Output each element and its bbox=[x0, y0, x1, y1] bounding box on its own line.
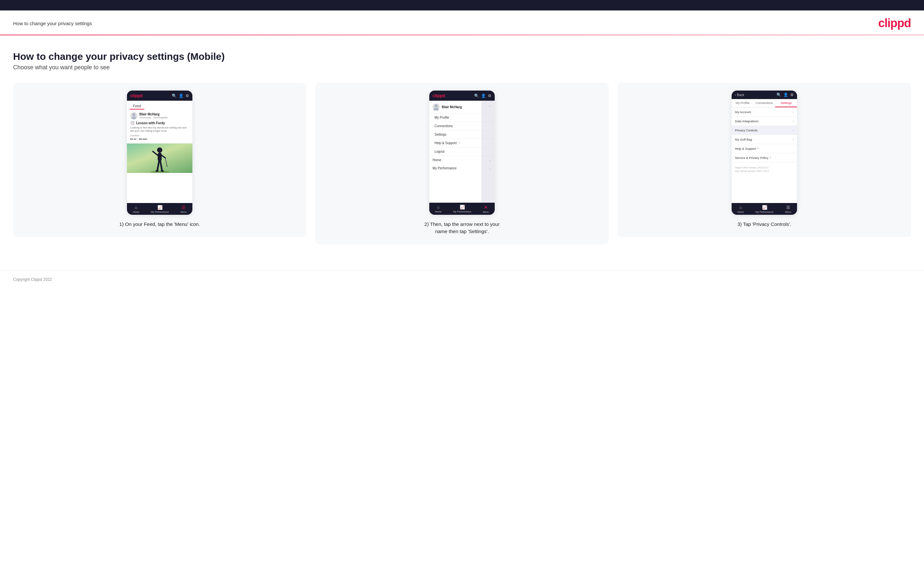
svg-line-5 bbox=[153, 152, 158, 155]
tab-settings[interactable]: Settings bbox=[775, 99, 797, 107]
step3-home-icon: ⌂ bbox=[740, 205, 742, 210]
step1-bottom-performance[interactable]: 📈 My Performance bbox=[151, 205, 169, 213]
top-bar bbox=[0, 0, 924, 10]
tab-connections[interactable]: Connections bbox=[754, 99, 775, 107]
step3-tabs: My Profile Connections Settings bbox=[732, 99, 797, 108]
step3-data-integrations[interactable]: Data Integrations › bbox=[732, 117, 797, 126]
step3-my-account[interactable]: My Account › bbox=[732, 108, 797, 117]
step3-settings-icon: ⚙ bbox=[790, 92, 794, 97]
step3-service-privacy[interactable]: Service & Privacy Policy ↗ bbox=[732, 153, 797, 163]
step3-help-support[interactable]: Help & Support ↗ bbox=[732, 144, 797, 153]
step3-back-bar: ‹ Back 🔍 👤 ⚙ bbox=[732, 90, 797, 99]
performance-icon: 📈 bbox=[157, 205, 163, 210]
svg-line-6 bbox=[162, 155, 165, 158]
step1-logo: clippd bbox=[130, 93, 143, 98]
steps-row: clippd 🔍 👤 ⚙ Feed bbox=[13, 83, 911, 244]
step2-bottom-performance[interactable]: 📈 My Performance bbox=[453, 205, 471, 213]
step-3-desc: 3) Tap 'Privacy Controls'. bbox=[738, 221, 792, 228]
step3-my-golf-bag[interactable]: My Golf Bag › bbox=[732, 135, 797, 144]
step1-nav-icons: 🔍 👤 ⚙ bbox=[172, 93, 189, 98]
step1-menu-label: Menu bbox=[181, 211, 187, 213]
svg-rect-4 bbox=[158, 153, 162, 161]
step3-performance-icon: 📈 bbox=[762, 205, 767, 210]
svg-point-13 bbox=[433, 108, 439, 111]
step2-home-icon: ⌂ bbox=[437, 205, 440, 210]
step3-bottom-home[interactable]: ⌂ Home bbox=[738, 205, 744, 213]
home-icon: ⌂ bbox=[135, 205, 137, 210]
step1-user-info: Blair McHarg Yesterday · Sunningdale bbox=[139, 113, 168, 119]
step3-bottom-performance[interactable]: 📈 My Performance bbox=[756, 205, 774, 213]
step3-privacy-controls[interactable]: Privacy Controls › bbox=[732, 126, 797, 135]
step-1-desc: 1) On your Feed, tap the 'Menu' icon. bbox=[120, 221, 200, 228]
step-2-phone: clippd 🔍 👤 ⚙ Blair McHarg bbox=[429, 90, 495, 215]
back-chevron-icon: ‹ bbox=[735, 93, 736, 97]
step2-bottom-menu[interactable]: ✕ Menu bbox=[483, 205, 489, 213]
step2-menu-label: Menu bbox=[483, 211, 489, 213]
step3-back-button[interactable]: ‹ Back bbox=[735, 93, 745, 97]
step2-user-icon: 👤 bbox=[481, 93, 486, 98]
golf-bag-chevron-icon: › bbox=[793, 138, 794, 141]
step1-user-row: Blair McHarg Yesterday · Sunningdale bbox=[130, 112, 189, 119]
step-3-card: ‹ Back 🔍 👤 ⚙ My Profile Connections Sett… bbox=[618, 83, 911, 237]
step1-duration-value: 01 hr : 30 min bbox=[130, 138, 189, 140]
help-ext-icon: ↗ bbox=[757, 147, 759, 150]
step3-bottom-menu[interactable]: ☰ Menu bbox=[785, 205, 792, 213]
step-1-phone: clippd 🔍 👤 ⚙ Feed bbox=[127, 90, 192, 215]
tab-my-profile[interactable]: My Profile bbox=[732, 99, 754, 107]
step2-bottom-home[interactable]: ⌂ Home bbox=[435, 205, 442, 213]
svg-point-0 bbox=[132, 113, 136, 116]
step3-user-icon: 👤 bbox=[783, 92, 788, 97]
step1-feed-image bbox=[127, 143, 192, 173]
logo: clippd bbox=[878, 16, 911, 30]
step2-performance-label: My Performance bbox=[453, 210, 471, 213]
step3-content: My Account › Data Integrations › Privacy… bbox=[732, 108, 797, 203]
svg-line-9 bbox=[160, 161, 162, 170]
step3-bottom-bar: ⌂ Home 📈 My Performance ☰ Menu bbox=[732, 203, 797, 215]
step2-bottom-bar: ⌂ Home 📈 My Performance ✕ Menu bbox=[429, 203, 495, 215]
header-title: How to change your privacy settings bbox=[13, 21, 92, 26]
step1-home-label: Home bbox=[133, 211, 139, 213]
my-account-chevron-icon: › bbox=[793, 110, 794, 114]
step1-nav-bar: clippd 🔍 👤 ⚙ bbox=[127, 90, 192, 101]
step1-lesson-desc: Looking to feel like my hands are exitin… bbox=[130, 126, 189, 133]
step1-avatar bbox=[130, 112, 137, 119]
step1-search-icon: 🔍 bbox=[172, 93, 177, 98]
step2-close-icon: ✕ bbox=[484, 205, 488, 210]
copyright-text: Copyright Clippd 2022 bbox=[13, 277, 52, 282]
step3-performance-label: My Performance bbox=[756, 211, 774, 213]
step2-nav-bar: clippd 🔍 👤 ⚙ bbox=[429, 90, 495, 101]
footer: Copyright Clippd 2022 bbox=[0, 270, 924, 288]
header: How to change your privacy settings clip… bbox=[0, 10, 924, 35]
svg-point-2 bbox=[150, 171, 170, 173]
step-1-card: clippd 🔍 👤 ⚙ Feed bbox=[13, 83, 306, 237]
step2-settings-icon: ⚙ bbox=[488, 93, 491, 98]
step1-lesson-icon: 📋 bbox=[130, 121, 135, 125]
step1-content: Feed Blair McHarg Yesterday · Sunningdal… bbox=[127, 101, 192, 203]
step3-menu-label: Menu bbox=[785, 211, 792, 213]
step2-content: Blair McHarg ⌃ My Profile Connections Se… bbox=[429, 101, 495, 203]
step1-user-sub: Yesterday · Sunningdale bbox=[139, 116, 168, 119]
step2-home-label: Home bbox=[435, 210, 442, 213]
step3-search-icon: 🔍 bbox=[777, 92, 781, 97]
step1-bottom-menu[interactable]: ☰ Menu bbox=[181, 205, 187, 213]
step1-duration-label: Duration bbox=[130, 134, 189, 137]
step1-feed-item: Blair McHarg Yesterday · Sunningdale 📋 L… bbox=[127, 110, 192, 143]
step1-bottom-home[interactable]: ⌂ Home bbox=[133, 205, 139, 213]
step1-user-name: Blair McHarg bbox=[139, 113, 168, 116]
step2-performance-icon: 📈 bbox=[460, 205, 465, 210]
step2-nav-icons: 🔍 👤 ⚙ bbox=[474, 93, 491, 98]
data-integrations-chevron-icon: › bbox=[793, 119, 794, 123]
svg-line-8 bbox=[157, 161, 159, 170]
step-2-desc: 2) Then, tap the arrow next to your name… bbox=[420, 221, 504, 235]
step2-avatar bbox=[433, 103, 440, 111]
step1-lesson-title: 📋 Lesson with Fordy bbox=[130, 121, 189, 125]
step2-user-name: Blair McHarg bbox=[442, 105, 462, 109]
step2-bg-blur bbox=[481, 101, 495, 203]
step1-bottom-bar: ⌂ Home 📈 My Performance ☰ Menu bbox=[127, 203, 192, 215]
svg-point-10 bbox=[155, 170, 159, 172]
step1-feed-tab: Feed bbox=[129, 102, 144, 110]
service-ext-icon: ↗ bbox=[769, 156, 772, 159]
step3-menu-icon: ☰ bbox=[786, 205, 790, 210]
step2-logo: clippd bbox=[433, 93, 445, 98]
step3-nav-icons: 🔍 👤 ⚙ bbox=[777, 92, 794, 97]
